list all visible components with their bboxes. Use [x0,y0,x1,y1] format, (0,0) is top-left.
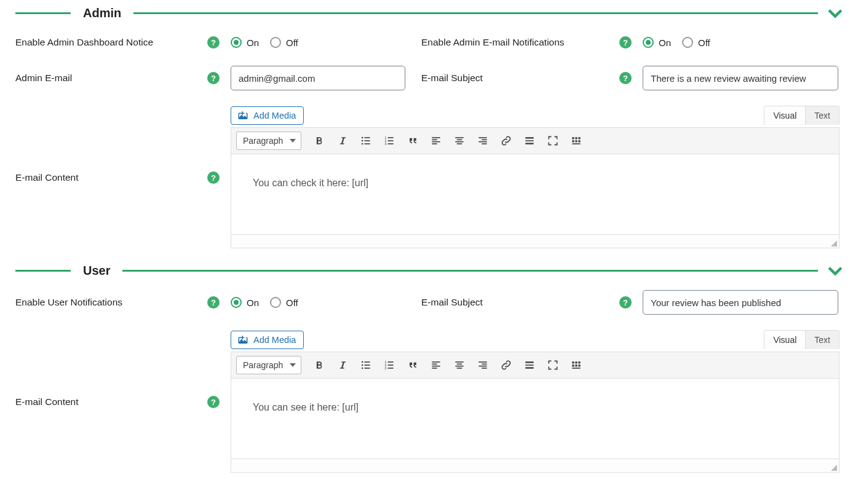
read-more-icon [523,359,536,371]
align-right-icon [477,135,489,147]
editor-resize-handle[interactable] [231,234,839,248]
email-notif-off[interactable]: Off [682,37,710,48]
fullscreen-icon [547,359,559,371]
link-button[interactable] [497,132,515,149]
blockquote-button[interactable] [403,356,422,374]
svg-rect-54 [478,361,486,363]
admin-content-label: E-mail Content [15,172,200,183]
align-right-button[interactable] [474,132,492,149]
numbered-list-icon: 123 [383,359,395,371]
user-enable-radio-group: On Off [231,297,298,308]
tab-text[interactable]: Text [806,106,839,125]
svg-rect-5 [365,143,370,144]
help-icon[interactable]: ? [619,36,632,49]
bold-button[interactable] [310,132,328,149]
svg-rect-27 [572,137,574,139]
align-left-icon [430,359,442,371]
editor-toolbar: Paragraph 123 [231,128,839,154]
tab-visual[interactable]: Visual [764,331,806,349]
svg-rect-39 [365,368,370,369]
admin-content-body[interactable]: You can check it here: [url] [231,154,839,234]
svg-point-1 [362,140,363,142]
email-notif-on[interactable]: On [643,37,671,48]
help-icon[interactable]: ? [207,296,220,309]
email-notif-label: Enable Admin E-mail Notifications [421,37,612,48]
user-content-label-cell: E-mail Content ? [15,328,231,408]
link-icon [500,359,512,371]
svg-rect-24 [525,137,533,139]
user-enable-input: On Off [231,297,421,308]
user-content-body[interactable]: You can see it here: [url] [231,379,839,459]
user-enable-on[interactable]: On [231,297,259,308]
collapse-toggle[interactable] [825,2,846,25]
svg-rect-25 [525,140,533,141]
svg-rect-12 [432,137,440,138]
tab-visual[interactable]: Visual [764,106,806,125]
svg-rect-33 [572,143,580,144]
blockquote-button[interactable] [403,132,422,149]
bold-button[interactable] [310,356,328,374]
fullscreen-icon [547,135,559,147]
blockquote-icon [407,359,419,371]
numbered-list-button[interactable]: 123 [380,132,399,149]
collapse-toggle[interactable] [825,260,846,283]
add-media-button[interactable]: Add Media [231,331,304,349]
svg-rect-21 [482,140,486,141]
read-more-button[interactable] [520,132,539,149]
read-more-button[interactable] [520,356,539,374]
align-left-button[interactable] [427,356,445,374]
dashboard-notice-off[interactable]: Off [270,37,298,48]
svg-rect-38 [365,364,370,366]
svg-rect-16 [455,137,463,138]
editor-top-bar: Add Media Visual Text [231,328,839,349]
help-icon[interactable]: ? [207,396,220,408]
help-icon[interactable]: ? [207,72,220,84]
dashboard-notice-on[interactable]: On [231,37,259,48]
toolbar-toggle-button[interactable] [567,132,585,149]
svg-rect-60 [525,367,533,369]
align-right-button[interactable] [474,356,492,374]
svg-point-36 [362,368,363,369]
tab-text[interactable]: Text [806,331,839,349]
align-center-button[interactable] [450,132,469,149]
admin-subject-label-cell: E-mail Subject ? [421,68,643,88]
align-center-button[interactable] [450,356,469,374]
admin-email-field[interactable] [231,66,405,90]
add-media-button[interactable]: Add Media [231,106,304,125]
help-icon[interactable]: ? [207,171,220,184]
toolbar-toggle-icon [570,135,582,147]
help-icon[interactable]: ? [619,72,632,84]
svg-rect-62 [575,361,577,363]
toolbar-toggle-button[interactable] [567,356,585,374]
admin-subject-field[interactable] [643,66,838,90]
admin-panel: Admin Enable Admin Dashboard Notice ? On… [15,6,846,248]
editor-resize-handle[interactable] [231,459,839,472]
align-left-button[interactable] [427,132,445,149]
format-select-wrap: Paragraph [236,132,301,150]
italic-button[interactable] [333,356,352,374]
link-button[interactable] [497,356,515,374]
align-center-icon [453,135,466,147]
bulleted-list-button[interactable] [357,132,375,149]
svg-rect-57 [482,368,486,369]
bulleted-list-button[interactable] [357,356,375,374]
help-icon[interactable]: ? [207,36,220,49]
admin-editor: Add Media Visual Text Paragraph [231,104,839,248]
format-select-wrap: Paragraph [236,356,301,374]
svg-rect-32 [578,140,580,142]
format-select[interactable]: Paragraph [236,356,301,374]
help-icon[interactable]: ? [619,296,632,309]
svg-rect-53 [457,368,462,369]
fullscreen-button[interactable] [544,132,562,149]
svg-rect-63 [578,361,580,363]
format-select[interactable]: Paragraph [236,132,301,150]
svg-point-2 [362,143,363,145]
user-enable-off[interactable]: Off [270,297,298,308]
svg-rect-22 [478,141,486,143]
email-notif-input: On Off [643,37,839,48]
italic-button[interactable] [333,132,352,149]
numbered-list-button[interactable]: 123 [380,356,399,374]
fullscreen-button[interactable] [544,356,562,374]
admin-panel-header: Admin [15,6,846,20]
user-subject-field[interactable] [643,290,838,315]
